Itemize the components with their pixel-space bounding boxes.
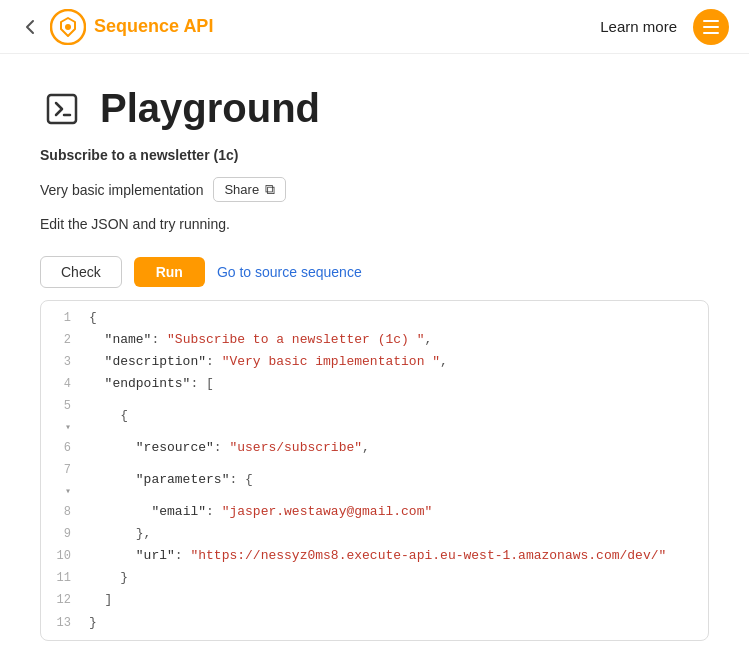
run-button[interactable]: Run — [134, 257, 205, 287]
toolbar: Check Run Go to source sequence — [40, 256, 709, 288]
header: Sequence API Learn more — [0, 0, 749, 54]
playground-icon — [40, 87, 84, 131]
description-row: Very basic implementation Share ⧉ — [40, 177, 709, 202]
svg-point-1 — [65, 24, 71, 30]
code-editor[interactable]: 1 { 2 "name": "Subscribe to a newsletter… — [40, 300, 709, 641]
description-text: Very basic implementation — [40, 182, 203, 198]
menu-line-2 — [703, 26, 719, 28]
page-subtitle: Subscribe to a newsletter (1c) — [40, 147, 709, 163]
code-line-10: 10 "url": "https://nessyz0ms8.execute-ap… — [41, 545, 708, 567]
share-label: Share — [224, 182, 259, 197]
code-line-1: 1 { — [41, 307, 708, 329]
code-line-4: 4 "endpoints": [ — [41, 373, 708, 395]
header-right: Learn more — [600, 9, 729, 45]
code-scroll-area: 1 { 2 "name": "Subscribe to a newsletter… — [41, 301, 708, 640]
code-line-12: 12 ] — [41, 589, 708, 611]
header-left: Sequence API — [20, 9, 213, 45]
code-line-5: 5 ▾ { — [41, 395, 708, 437]
code-line-6: 6 "resource": "users/subscribe", — [41, 437, 708, 459]
share-button[interactable]: Share ⧉ — [213, 177, 286, 202]
main-content: Playground Subscribe to a newsletter (1c… — [0, 54, 749, 645]
back-button[interactable] — [20, 17, 40, 37]
code-line-9: 9 }, — [41, 523, 708, 545]
page-title: Playground — [100, 86, 320, 131]
menu-line-3 — [703, 32, 719, 34]
logo-text: Sequence API — [94, 16, 213, 37]
code-line-7: 7 ▾ "parameters": { — [41, 459, 708, 501]
code-line-8: 8 "email": "jasper.westaway@gmail.com" — [41, 501, 708, 523]
code-line-2: 2 "name": "Subscribe to a newsletter (1c… — [41, 329, 708, 351]
logo: Sequence API — [50, 9, 213, 45]
logo-icon — [50, 9, 86, 45]
code-line-3: 3 "description": "Very basic implementat… — [41, 351, 708, 373]
learn-more-link[interactable]: Learn more — [600, 18, 677, 35]
menu-line-1 — [703, 20, 719, 22]
menu-button[interactable] — [693, 9, 729, 45]
code-line-11: 11 } — [41, 567, 708, 589]
page-title-row: Playground — [40, 86, 709, 131]
goto-source-link[interactable]: Go to source sequence — [217, 264, 362, 280]
code-line-13: 13 } — [41, 612, 708, 634]
copy-icon: ⧉ — [265, 181, 275, 198]
edit-note: Edit the JSON and try running. — [40, 216, 709, 232]
check-button[interactable]: Check — [40, 256, 122, 288]
code-table: 1 { 2 "name": "Subscribe to a newsletter… — [41, 307, 708, 634]
